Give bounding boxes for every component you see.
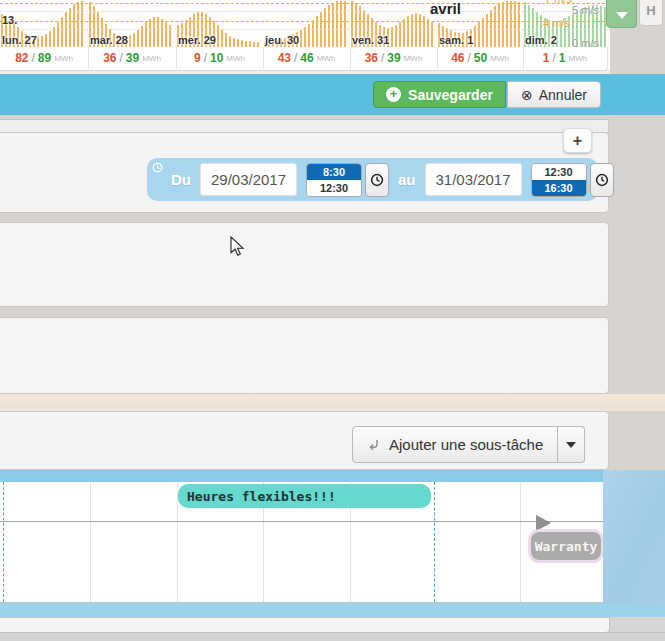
clock-icon xyxy=(595,173,609,187)
mouse-cursor xyxy=(230,236,246,258)
gantt-grid: Heures flexibles!!! Warranty xyxy=(0,482,603,603)
bar xyxy=(427,19,430,47)
bar xyxy=(415,13,418,47)
bar xyxy=(145,22,148,47)
to-date-input[interactable] xyxy=(425,163,522,196)
empty-panel-1 xyxy=(0,222,609,307)
daily-total-cell: 36/39MWh xyxy=(88,47,177,69)
chart-day-cell: mar. 28 xyxy=(88,0,176,47)
bar xyxy=(308,24,311,47)
from-time-picker-button[interactable] xyxy=(365,163,389,197)
bar xyxy=(399,22,402,47)
gridline xyxy=(0,29,610,30)
from-label: Du xyxy=(171,171,191,188)
save-button-label: Sauvegarder xyxy=(408,87,493,103)
bar xyxy=(129,35,132,47)
from-time-start[interactable]: 8:30 xyxy=(307,164,361,180)
unit-label: MWh xyxy=(569,54,588,63)
bar xyxy=(161,19,164,47)
gridline xyxy=(0,11,610,12)
capacity-value: 89 xyxy=(38,51,51,65)
bar xyxy=(506,1,509,47)
gantt-milestone[interactable]: Warranty xyxy=(531,532,601,560)
to-time-start[interactable]: 12:30 xyxy=(532,164,586,180)
produced-value: 9 xyxy=(194,51,201,65)
bar xyxy=(57,22,60,47)
cancel-button[interactable]: ⊗ Annuler xyxy=(507,81,601,108)
gantt-column-line xyxy=(520,482,521,602)
slash: / xyxy=(381,51,384,65)
to-time-options: 12:30 16:30 xyxy=(531,163,587,197)
daily-total-cell: 82/89MWh xyxy=(0,47,89,69)
milestone-arrow-icon xyxy=(536,515,551,531)
bar xyxy=(49,31,52,47)
week-number-label: 13. xyxy=(2,14,17,26)
produced-value: 43 xyxy=(278,51,291,65)
app-window: 13. avril lun. 27mar. 28mer. 29jeu. 30ve… xyxy=(0,0,665,641)
capacity-value: 50 xyxy=(474,51,487,65)
bar xyxy=(482,18,485,47)
bar xyxy=(69,8,72,47)
gantt-task-bar[interactable]: Heures flexibles!!! xyxy=(178,484,431,508)
chart-controls: H xyxy=(606,0,663,28)
from-date-input[interactable] xyxy=(200,163,297,196)
daily-total-cell: 36/39MWh xyxy=(350,47,438,69)
section-header-strip xyxy=(0,119,609,133)
cancel-button-label: Annuler xyxy=(539,87,587,103)
from-time-options: 8:30 12:30 xyxy=(306,163,362,197)
add-subtask-button[interactable]: Ajouter une sous-tâche xyxy=(352,426,558,463)
unit-label: MWh xyxy=(142,54,161,63)
bar xyxy=(478,22,481,47)
gantt-column-line xyxy=(90,482,91,602)
to-label: au xyxy=(398,171,416,188)
daily-total-cell: 43/46MWh xyxy=(263,47,351,69)
footer-right-fill xyxy=(610,617,665,633)
bar xyxy=(149,19,152,47)
daily-totals-row: 82/89MWh36/39MWh9/10MWh43/46MWh36/39MWh4… xyxy=(0,47,608,71)
bar xyxy=(225,33,228,47)
bar xyxy=(502,2,505,47)
to-time-widget: 12:30 16:30 xyxy=(531,163,614,197)
empty-panel-2 xyxy=(0,317,609,394)
to-time-end[interactable]: 16:30 xyxy=(532,180,586,196)
status-bar xyxy=(0,617,610,633)
bar xyxy=(411,14,414,47)
from-time-end[interactable]: 12:30 xyxy=(307,180,361,196)
energy-chart: 13. avril lun. 27mar. 28mer. 29jeu. 30ve… xyxy=(0,0,610,74)
bar xyxy=(229,36,232,47)
wind-threshold-line xyxy=(0,3,610,4)
bar xyxy=(498,3,501,47)
bar xyxy=(336,1,339,47)
wind-threshold-line xyxy=(0,21,610,22)
clock-icon xyxy=(152,162,163,173)
wind-axis-label: 7 m/s xyxy=(545,0,572,5)
action-toolbar: + Sauvegarder ⊗ Annuler xyxy=(0,74,665,115)
chart-side-button[interactable]: H xyxy=(639,0,663,26)
unit-label: MWh xyxy=(317,54,336,63)
add-subtask-dropdown-button[interactable] xyxy=(558,426,585,463)
capacity-value: 10 xyxy=(210,51,223,65)
to-time-picker-button[interactable] xyxy=(590,163,614,197)
capacity-value: 39 xyxy=(387,51,400,65)
day-label: ven. 31 xyxy=(352,34,389,46)
date-range-bar: Du 8:30 12:30 au 12:30 16:30 xyxy=(147,158,598,201)
bar xyxy=(221,29,224,47)
bar xyxy=(600,6,603,47)
panel-gap-band xyxy=(0,394,665,411)
capacity-value: 39 xyxy=(126,51,139,65)
save-icon: + xyxy=(386,87,401,102)
collapse-chart-button[interactable] xyxy=(606,0,637,28)
add-period-button[interactable]: + xyxy=(563,128,592,153)
window-footer xyxy=(0,632,665,641)
daily-total-cell: 9/10MWh xyxy=(176,47,264,69)
produced-value: 36 xyxy=(103,51,116,65)
daily-total-cell: 1/1MWh xyxy=(523,47,608,69)
save-button[interactable]: + Sauvegarder xyxy=(373,81,506,108)
slash: / xyxy=(119,51,122,65)
day-label: mer. 29 xyxy=(178,34,216,46)
produced-value: 82 xyxy=(15,51,28,65)
circle-x-icon: ⊗ xyxy=(521,88,533,102)
plus-icon: + xyxy=(573,132,582,150)
bar xyxy=(312,20,315,47)
bar xyxy=(332,3,335,47)
